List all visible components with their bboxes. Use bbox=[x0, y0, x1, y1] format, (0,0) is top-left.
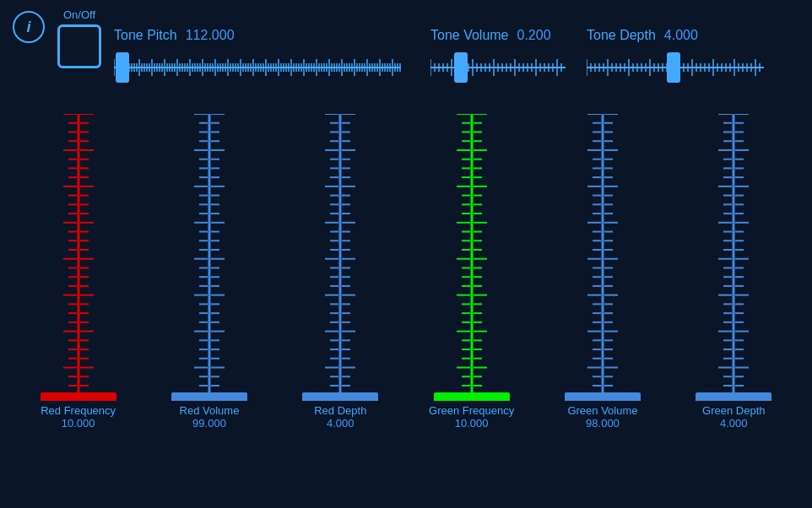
depth-slider-svg bbox=[587, 46, 764, 89]
red-frequency-label: Red Frequency bbox=[41, 404, 116, 417]
green-volume-svg bbox=[560, 114, 645, 401]
svg-rect-513 bbox=[565, 392, 641, 401]
red-depth-meter[interactable] bbox=[298, 114, 382, 401]
on-off-label: On/Off bbox=[63, 8, 95, 21]
red-depth-value: 4.000 bbox=[327, 417, 355, 430]
tone-volume-slider[interactable] bbox=[430, 46, 566, 89]
green-depth-value: 4.000 bbox=[720, 417, 748, 430]
tone-depth-control: Tone Depth 4.000 bbox=[587, 28, 764, 89]
channel-green-frequency: Green Frequency 10.000 bbox=[413, 114, 531, 498]
tone-depth-value: 4.000 bbox=[664, 28, 698, 43]
on-off-control: On/Off bbox=[57, 8, 101, 68]
green-volume-label: Green Volume bbox=[567, 404, 637, 417]
tone-depth-slider[interactable] bbox=[587, 46, 764, 89]
channel-red-depth: Red Depth 4.000 bbox=[281, 114, 399, 498]
green-frequency-value: 10.000 bbox=[455, 417, 489, 430]
green-depth-svg bbox=[691, 114, 776, 401]
green-frequency-svg bbox=[430, 114, 514, 401]
svg-rect-193 bbox=[667, 52, 680, 83]
tone-pitch-control: Tone Pitch 112.000 // This will be gener… bbox=[114, 28, 401, 89]
channel-red-frequency: Red Frequency 10.000 bbox=[19, 114, 138, 498]
tone-depth-label: Tone Depth bbox=[587, 28, 656, 43]
svg-rect-385 bbox=[302, 392, 378, 401]
red-frequency-svg bbox=[36, 114, 121, 401]
green-frequency-label: Green Frequency bbox=[429, 404, 514, 417]
channel-red-volume: Red Volume 99.000 bbox=[150, 114, 268, 498]
red-depth-svg bbox=[298, 114, 382, 401]
svg-rect-449 bbox=[434, 392, 510, 401]
red-frequency-meter[interactable] bbox=[36, 114, 121, 401]
svg-rect-257 bbox=[41, 392, 116, 401]
svg-rect-149 bbox=[454, 52, 468, 83]
info-icon[interactable]: i bbox=[13, 11, 45, 43]
tone-volume-value: 0.200 bbox=[517, 28, 551, 43]
channel-green-volume: Green Volume 98.000 bbox=[544, 114, 662, 498]
pitch-slider-svg: // This will be generated below bbox=[114, 46, 401, 89]
tone-pitch-label: Tone Pitch bbox=[114, 28, 177, 43]
tone-pitch-slider[interactable]: // This will be generated below bbox=[114, 46, 401, 89]
red-depth-label: Red Depth bbox=[314, 404, 366, 417]
tone-pitch-value: 112.000 bbox=[186, 28, 235, 43]
svg-rect-115 bbox=[116, 52, 129, 83]
red-volume-meter[interactable] bbox=[167, 114, 252, 401]
red-volume-label: Red Volume bbox=[180, 404, 240, 417]
red-volume-svg bbox=[167, 114, 252, 401]
green-volume-value: 98.000 bbox=[586, 417, 620, 430]
tone-volume-label: Tone Volume bbox=[430, 28, 509, 43]
svg-rect-321 bbox=[171, 392, 247, 401]
channels-area: Red Frequency 10.000 Red Volume 99.000 R… bbox=[0, 110, 812, 498]
tone-volume-control: Tone Volume 0.200 bbox=[430, 28, 566, 89]
green-depth-meter[interactable] bbox=[691, 114, 776, 401]
green-depth-label: Green Depth bbox=[702, 404, 765, 417]
svg-rect-577 bbox=[696, 392, 771, 401]
green-volume-meter[interactable] bbox=[560, 114, 645, 401]
on-off-button[interactable] bbox=[57, 24, 101, 68]
red-volume-value: 99.000 bbox=[192, 417, 226, 430]
volume-slider-svg bbox=[430, 46, 566, 89]
green-frequency-meter[interactable] bbox=[430, 114, 514, 401]
channel-green-depth: Green Depth 4.000 bbox=[674, 114, 793, 498]
red-frequency-value: 10.000 bbox=[62, 417, 95, 430]
